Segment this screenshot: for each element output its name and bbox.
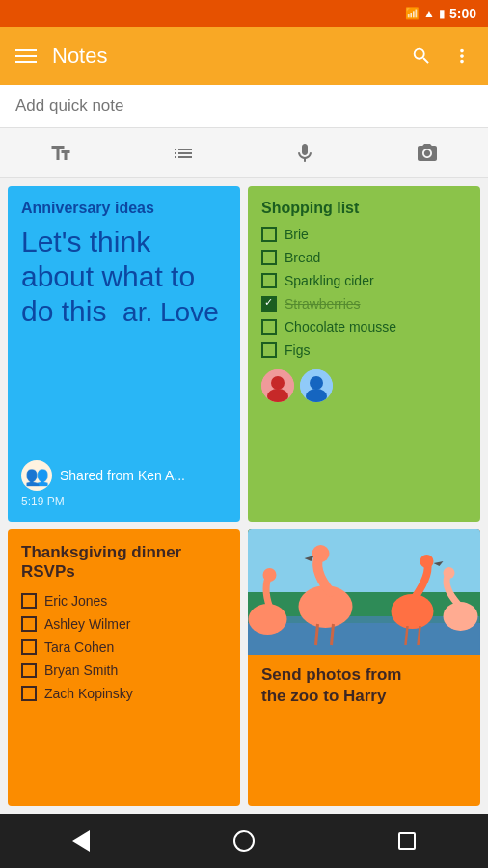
- navigation-bar: [0, 814, 488, 868]
- search-button[interactable]: [411, 45, 432, 67]
- home-button[interactable]: [233, 830, 255, 852]
- checkbox-bryan: [21, 663, 37, 678]
- zoo-card[interactable]: Send photos fromthe zoo to Harry: [248, 529, 480, 807]
- svg-line-9: [316, 624, 318, 645]
- list-icon: [172, 142, 195, 165]
- svg-point-18: [263, 568, 277, 582]
- list-item: Strawberries: [261, 296, 467, 312]
- shopping-checklist: Brie Bread Sparkling cider Strawberries …: [261, 227, 467, 358]
- microphone-icon: [293, 142, 316, 165]
- search-icon: [411, 45, 432, 67]
- item-text-cider: Sparkling cider: [285, 273, 374, 288]
- item-text-mousse: Chocolate mousse: [285, 319, 396, 335]
- list-item: Figs: [261, 342, 467, 358]
- mic-tool-button[interactable]: [270, 134, 339, 173]
- item-text-zach: Zach Kopinsky: [44, 686, 133, 701]
- checkbox-zach: [21, 686, 37, 701]
- checkbox-tara: [21, 639, 37, 655]
- camera-icon: [416, 142, 439, 165]
- list-item: Bread: [261, 250, 467, 265]
- anniversary-card[interactable]: Anniversary ideas Let's think about what…: [8, 186, 240, 522]
- app-bar-icons: [411, 45, 473, 67]
- list-item: Tara Cohen: [21, 639, 227, 655]
- app-title: Notes: [52, 43, 395, 68]
- svg-line-10: [332, 624, 334, 645]
- anniversary-body: Let's think about what to do this. ar. L…: [21, 225, 227, 452]
- item-text-ashley: Ashley Wilmer: [44, 616, 130, 632]
- item-text-strawberries: Strawberries: [285, 296, 361, 312]
- item-text-eric: Eric Jones: [44, 593, 107, 609]
- home-circle-icon: [233, 830, 255, 852]
- text-tool-button[interactable]: [26, 134, 95, 173]
- shared-info: 👥 Shared from Ken A...: [21, 460, 227, 491]
- list-tool-button[interactable]: [149, 134, 218, 173]
- camera-tool-button[interactable]: [393, 134, 462, 173]
- anniversary-title: Anniversary ideas: [21, 200, 227, 217]
- checkbox-brie: [261, 227, 277, 242]
- quick-note-input[interactable]: [15, 96, 473, 116]
- checkbox-eric: [21, 593, 37, 609]
- hamburger-button[interactable]: [15, 49, 37, 63]
- svg-point-16: [444, 567, 455, 579]
- svg-point-8: [312, 545, 330, 562]
- status-icons: 📶 ▲ ▮ 5:00: [405, 6, 476, 21]
- anniversary-time: 5:19 PM: [21, 495, 227, 508]
- app-bar: Notes: [0, 27, 488, 85]
- avatar-1: [261, 369, 294, 402]
- list-item: Bryan Smith: [21, 663, 227, 678]
- shopping-card[interactable]: Shopping list Brie Bread Sparkling cider…: [248, 186, 480, 522]
- back-arrow-icon: [72, 830, 90, 852]
- shopping-avatars: [261, 369, 467, 402]
- item-text-bread: Bread: [285, 250, 320, 265]
- list-item: Eric Jones: [21, 593, 227, 609]
- zoo-text-area: Send photos fromthe zoo to Harry: [248, 655, 480, 717]
- thanksgiving-card[interactable]: Thanksgiving dinner RSVPs Eric Jones Ash…: [8, 529, 240, 807]
- quick-note-bar: [0, 85, 488, 128]
- zoo-text: Send photos fromthe zoo to Harry: [261, 665, 467, 707]
- svg-point-4: [310, 376, 323, 390]
- avatar: 👥: [21, 460, 52, 491]
- checkbox-bread: [261, 250, 277, 265]
- checkbox-cider: [261, 273, 277, 288]
- more-icon: [451, 45, 473, 67]
- checkbox-strawberries: [261, 296, 277, 312]
- notes-grid: Anniversary ideas Let's think about what…: [0, 178, 488, 814]
- list-item: Zach Kopinsky: [21, 686, 227, 701]
- bluetooth-icon: 📶: [405, 7, 420, 20]
- checkbox-ashley: [21, 616, 37, 632]
- anniversary-footer: 👥 Shared from Ken A... 5:19 PM: [21, 460, 227, 508]
- flamingo-svg: [248, 529, 480, 655]
- status-bar: 📶 ▲ ▮ 5:00: [0, 0, 488, 27]
- item-text-tara: Tara Cohen: [44, 639, 114, 655]
- recents-square-icon: [398, 832, 416, 850]
- svg-point-1: [271, 376, 285, 390]
- avatar-2: [300, 369, 333, 402]
- shopping-title: Shopping list: [261, 200, 467, 217]
- toolbar: [0, 128, 488, 178]
- item-text-brie: Brie: [285, 227, 309, 242]
- recents-button[interactable]: [398, 832, 416, 850]
- more-button[interactable]: [451, 45, 473, 67]
- item-text-figs: Figs: [285, 342, 310, 358]
- hamburger-icon: [15, 49, 37, 63]
- item-text-bryan: Bryan Smith: [44, 663, 118, 678]
- list-item: Brie: [261, 227, 467, 242]
- zoo-image: [248, 529, 480, 655]
- text-icon: [49, 142, 72, 165]
- list-item: Ashley Wilmer: [21, 616, 227, 632]
- thanksgiving-title: Thanksgiving dinner RSVPs: [21, 543, 227, 583]
- shared-from-text: Shared from Ken A...: [60, 468, 185, 483]
- list-item: Sparkling cider: [261, 273, 467, 288]
- svg-point-12: [420, 555, 434, 568]
- back-button[interactable]: [72, 830, 90, 852]
- list-item: Chocolate mousse: [261, 319, 467, 335]
- battery-icon: ▮: [439, 7, 446, 20]
- signal-icon: ▲: [423, 7, 435, 20]
- status-time: 5:00: [449, 6, 476, 21]
- thanksgiving-checklist: Eric Jones Ashley Wilmer Tara Cohen Brya…: [21, 593, 227, 701]
- checkbox-mousse: [261, 319, 277, 335]
- checkbox-figs: [261, 342, 277, 358]
